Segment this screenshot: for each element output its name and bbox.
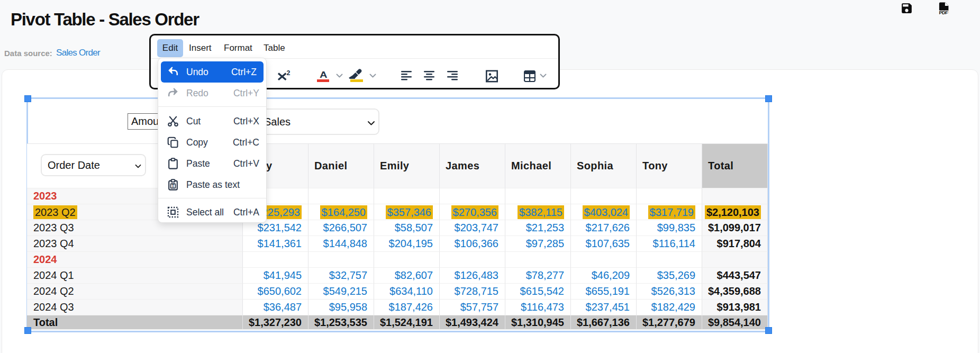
svg-text:T: T bbox=[171, 184, 175, 188]
svg-text:2: 2 bbox=[287, 70, 291, 77]
svg-text:PDF: PDF bbox=[939, 10, 949, 15]
